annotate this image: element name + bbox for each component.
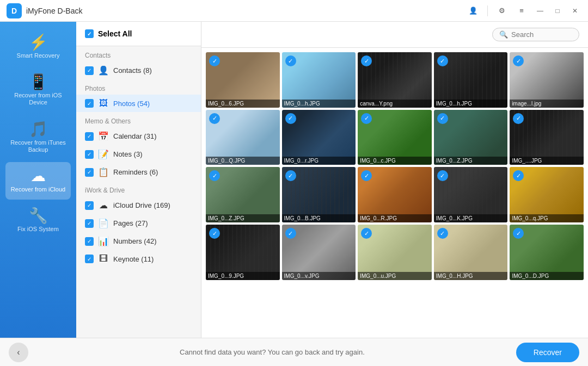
photo-item-7[interactable]: ✓IMG_0...r.JPG — [282, 110, 356, 165]
photo-item-18[interactable]: ✓IMG_0...u.JPG — [358, 225, 432, 280]
photo-item-11[interactable]: ✓IMG_0...Z.JPG — [206, 167, 280, 222]
category-pages[interactable]: ✓ 📄 Pages (27) — [76, 214, 201, 232]
maximize-button[interactable]: □ — [551, 4, 564, 17]
photo-item-19[interactable]: ✓IMG_0...H.JPG — [434, 225, 508, 280]
photo-item-3[interactable]: ✓canva...Y.png — [358, 52, 432, 108]
settings-icon[interactable]: ⚙ — [494, 3, 510, 18]
icloud-drive-label: iCloud Drive (169) — [113, 201, 170, 209]
contacts-checkbox[interactable]: ✓ — [85, 66, 94, 75]
select-all-row[interactable]: ✓ Select All — [76, 22, 201, 46]
category-panel: ✓ Select All Contacts ✓ 👤 Contacts (8) P… — [76, 22, 201, 338]
sidebar-item-recover-icloud[interactable]: ☁ Recover from iCloud — [5, 162, 71, 200]
titlebar-separator — [487, 5, 488, 16]
search-box[interactable]: 🔍 — [492, 28, 579, 41]
photo-check-16: ✓ — [209, 228, 220, 239]
search-input[interactable] — [511, 30, 572, 39]
bottom-bar: ‹ Cannot find data you want? You can go … — [0, 338, 588, 366]
photos-checkbox[interactable]: ✓ — [85, 99, 94, 108]
category-calendar[interactable]: ✓ 📅 Calendar (31) — [76, 127, 201, 145]
pages-checkbox[interactable]: ✓ — [85, 219, 94, 228]
photo-item-14[interactable]: ✓IMG_0...K.JPG — [434, 167, 508, 222]
photo-grid: ✓IMG_0...6.JPG✓IMG_0...h.JPG✓canva...Y.p… — [201, 48, 588, 338]
photo-item-20[interactable]: ✓IMG_0...D.JPG — [510, 225, 584, 280]
numbers-checkbox[interactable]: ✓ — [85, 237, 94, 246]
contacts-label: Contacts (8) — [113, 66, 152, 75]
category-reminders[interactable]: ✓ 📋 Reminders (6) — [76, 163, 201, 181]
close-button[interactable]: ✕ — [568, 4, 581, 17]
calendar-checkbox[interactable]: ✓ — [85, 132, 94, 141]
photo-check-2: ✓ — [285, 55, 296, 66]
recover-button[interactable]: Recover — [516, 343, 579, 362]
keynote-label: Keynote (11) — [113, 255, 154, 263]
calendar-label: Calendar (31) — [113, 132, 157, 140]
photo-item-8[interactable]: ✓IMG_0...c.JPG — [358, 110, 432, 165]
sidebar-item-fix-ios[interactable]: 🔧 Fix iOS System — [5, 202, 71, 239]
back-button[interactable]: ‹ — [9, 343, 28, 362]
category-keynote[interactable]: ✓ 🎞 Keynote (11) — [76, 250, 201, 268]
section-contacts-label: Contacts — [76, 46, 201, 61]
section-memo-label: Memo & Others — [76, 112, 201, 127]
reminders-icon: 📋 — [98, 167, 109, 177]
content-toolbar: 🔍 — [201, 22, 588, 48]
recover-icloud-icon: ☁ — [30, 169, 46, 184]
profile-icon[interactable]: 👤 — [465, 3, 481, 18]
photo-label-3: canva...Y.png — [358, 100, 432, 108]
category-contacts[interactable]: ✓ 👤 Contacts (8) — [76, 61, 201, 79]
photo-item-5[interactable]: ✓image...l.jpg — [510, 52, 584, 108]
sidebar-item-smart-recovery[interactable]: ⚡ Smart Recovery — [5, 28, 71, 66]
photo-item-4[interactable]: ✓IMG_0...h.JPG — [434, 52, 508, 108]
category-numbers[interactable]: ✓ 📊 Numbers (42) — [76, 232, 201, 250]
photo-item-15[interactable]: ✓IMG_0...q.JPG — [510, 167, 584, 222]
photo-check-8: ✓ — [361, 113, 372, 124]
photo-label-12: IMG_0...B.JPG — [282, 214, 356, 222]
photos-icon: 🖼 — [98, 98, 109, 108]
photo-item-12[interactable]: ✓IMG_0...B.JPG — [282, 167, 356, 222]
keynote-checkbox[interactable]: ✓ — [85, 255, 94, 263]
icloud-drive-icon: ☁ — [98, 200, 109, 210]
sidebar-item-recover-ios[interactable]: 📱 Recover from iOS Device — [5, 68, 71, 113]
smart-recovery-icon: ⚡ — [29, 35, 48, 50]
section-photos-label: Photos — [76, 79, 201, 95]
photo-label-2: IMG_0...h.JPG — [282, 100, 356, 108]
sidebar-label-smart-recovery: Smart Recovery — [17, 52, 60, 59]
bottom-hint: Cannot find data you want? You can go ba… — [35, 348, 510, 356]
sidebar-label-recover-ios: Recover from iOS Device — [10, 92, 66, 106]
numbers-icon: 📊 — [98, 236, 109, 246]
pages-icon: 📄 — [98, 218, 109, 228]
titlebar-controls: 👤 ⚙ ≡ — □ ✕ — [465, 3, 581, 18]
titlebar: D iMyFone D-Back 👤 ⚙ ≡ — □ ✕ — [0, 0, 588, 22]
sidebar: ⚡ Smart Recovery 📱 Recover from iOS Devi… — [0, 22, 76, 338]
category-icloud-drive[interactable]: ✓ ☁ iCloud Drive (169) — [76, 196, 201, 214]
category-notes[interactable]: ✓ 📝 Notes (3) — [76, 145, 201, 163]
main-layout: ⚡ Smart Recovery 📱 Recover from iOS Devi… — [0, 22, 588, 338]
photo-item-9[interactable]: ✓IMG_0...Z.JPG — [434, 110, 508, 165]
notes-checkbox[interactable]: ✓ — [85, 150, 94, 159]
photo-item-2[interactable]: ✓IMG_0...h.JPG — [282, 52, 356, 108]
photo-item-17[interactable]: ✓IMG_0...v.JPG — [282, 225, 356, 280]
select-all-checkbox[interactable]: ✓ — [85, 29, 94, 38]
minimize-button[interactable]: — — [534, 4, 547, 17]
sidebar-item-recover-itunes[interactable]: 🎵 Recover from iTunes Backup — [5, 115, 71, 160]
reminders-checkbox[interactable]: ✓ — [85, 168, 94, 177]
photo-item-6[interactable]: ✓IMG_0...Q.JPG — [206, 110, 280, 165]
icloud-drive-checkbox[interactable]: ✓ — [85, 201, 94, 210]
category-photos[interactable]: ✓ 🖼 Photos (54) — [76, 95, 201, 112]
photo-label-19: IMG_0...H.JPG — [434, 272, 508, 280]
menu-icon[interactable]: ≡ — [514, 3, 529, 18]
sidebar-label-recover-itunes: Recover from iTunes Backup — [10, 139, 66, 153]
content-area: 🔍 ✓IMG_0...6.JPG✓IMG_0...h.JPG✓canva...Y… — [201, 22, 588, 338]
photo-label-6: IMG_0...Q.JPG — [206, 157, 280, 165]
photo-item-10[interactable]: ✓IMG_....JPG — [510, 110, 584, 165]
photo-check-12: ✓ — [285, 170, 296, 181]
photo-label-18: IMG_0...u.JPG — [358, 272, 432, 280]
photo-label-13: IMG_0...R.JPG — [358, 214, 432, 222]
sidebar-label-recover-icloud: Recover from iCloud — [11, 186, 65, 193]
photo-check-19: ✓ — [437, 228, 448, 239]
photo-label-9: IMG_0...Z.JPG — [434, 157, 508, 165]
photo-item-16[interactable]: ✓IMG_0...9.JPG — [206, 225, 280, 280]
photo-item-13[interactable]: ✓IMG_0...R.JPG — [358, 167, 432, 222]
section-iwork-label: iWork & Drive — [76, 181, 201, 196]
photo-label-8: IMG_0...c.JPG — [358, 157, 432, 165]
contacts-icon: 👤 — [98, 65, 109, 76]
photo-item-1[interactable]: ✓IMG_0...6.JPG — [206, 52, 280, 108]
